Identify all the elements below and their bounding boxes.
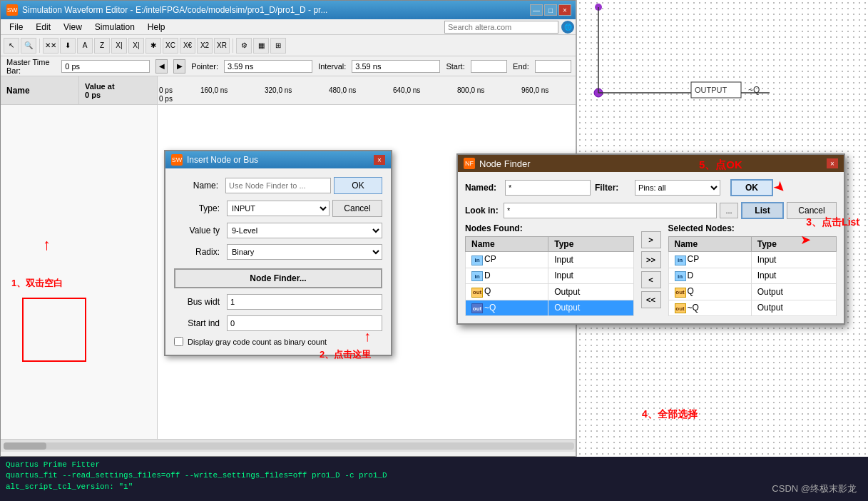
insert-node-dialog: SW Insert Node or Bus × Name: OK Type: I… <box>164 150 392 356</box>
sel-cp-name: inCP <box>668 252 751 268</box>
tb-btn-11[interactable]: X€ <box>180 38 195 54</box>
valuetype-label: Value ty <box>174 226 224 236</box>
start-input[interactable] <box>471 60 507 73</box>
tb-btn-7[interactable]: X| <box>111 38 127 54</box>
time-nav-left[interactable]: ◀ <box>155 59 168 74</box>
table-row[interactable]: inCP Input <box>466 252 634 268</box>
table-row[interactable]: inCP Input <box>668 252 837 268</box>
found-d-type: Input <box>548 268 633 284</box>
tb-btn-3[interactable]: ✕✕ <box>43 38 58 54</box>
checkbox-row: Display gray code count as binary count <box>174 337 382 346</box>
annotation-2here: 2、点击这里 <box>320 348 371 361</box>
annotation-1double: 1、双击空白 <box>11 277 63 290</box>
tb-btn-16[interactable]: ⊞ <box>270 38 286 54</box>
notq-out-icon: out <box>471 303 483 313</box>
ok-nf-button[interactable]: OK <box>730 179 773 196</box>
graycode-checkbox[interactable] <box>174 337 183 346</box>
arrow-2-icon: ↑ <box>364 328 371 345</box>
ok-button[interactable]: OK <box>334 177 382 194</box>
tb-btn-12[interactable]: X2 <box>197 38 213 54</box>
minimize-button[interactable]: — <box>530 4 543 16</box>
tb-btn-15[interactable]: ▦ <box>253 38 269 54</box>
node-finder-button[interactable]: Node Finder... <box>174 268 382 288</box>
move-right-button[interactable]: > <box>641 231 661 248</box>
tb-btn-4[interactable]: ⬇ <box>60 38 76 54</box>
buswidth-input[interactable] <box>227 294 382 310</box>
menu-edit[interactable]: Edit <box>30 21 56 34</box>
filter-label: Filter: <box>595 183 630 193</box>
tb-btn-14[interactable]: ⚙ <box>236 38 252 54</box>
select-tool[interactable]: ↖ <box>4 38 19 54</box>
tb-btn-6[interactable]: Z <box>94 38 110 54</box>
wave-names-panel: Name Value at0 ps <box>1 76 158 439</box>
tb-btn-13[interactable]: XR <box>214 38 230 54</box>
pointer-input[interactable] <box>224 60 312 73</box>
valuetype-select[interactable]: 9-Level <box>227 223 382 238</box>
node-finder-title-text: Node Finder <box>479 158 531 169</box>
menu-simulation[interactable]: Simulation <box>89 21 141 34</box>
time-nav-right[interactable]: ▶ <box>173 59 185 74</box>
table-row[interactable]: outQ Output <box>668 284 837 300</box>
zoom-tool[interactable]: 🔍 <box>21 38 36 54</box>
search-input[interactable] <box>444 21 558 34</box>
sel-notq-icon: out <box>675 303 686 313</box>
found-notq-type: Output <box>548 300 633 316</box>
move-all-left-button[interactable]: << <box>641 291 661 308</box>
menu-file[interactable]: File <box>4 21 29 34</box>
cancel-button[interactable]: Cancel <box>332 200 382 217</box>
tb-btn-9[interactable]: ✱ <box>145 38 161 54</box>
console-line-3: alt_script_tcl_version: "1" <box>6 482 862 492</box>
table-row[interactable]: inD Input <box>466 268 634 284</box>
master-time-input[interactable] <box>61 60 150 73</box>
node-finder-close-button[interactable]: × <box>827 158 838 168</box>
move-all-right-button[interactable]: >> <box>641 251 661 268</box>
sel-q-type: Output <box>751 284 836 300</box>
nf-title-left: NF Node Finder <box>464 158 531 169</box>
app-icon: SW <box>6 4 18 16</box>
named-input[interactable] <box>505 180 591 196</box>
lookin-input[interactable] <box>504 203 717 218</box>
time-mark-ref: 0 ps <box>159 95 173 103</box>
name-label: Name: <box>174 181 223 191</box>
table-row[interactable]: inD Input <box>668 268 837 284</box>
horizontal-scrollbar[interactable] <box>1 439 577 452</box>
interval-input[interactable] <box>352 60 440 73</box>
time-mark-960: 960,0 ns <box>521 86 548 94</box>
insert-node-close-button[interactable]: × <box>374 155 385 165</box>
arrow-controls: > >> < << <box>638 223 664 316</box>
table-row[interactable]: outQ Output <box>466 284 634 300</box>
tb-btn-8[interactable]: X| <box>128 38 144 54</box>
arrow-1-icon: ↑ <box>43 236 51 254</box>
name-input[interactable] <box>225 178 331 193</box>
sel-d-name: inD <box>668 268 751 284</box>
selected-nodes-panel: Selected Nodes: Name Type inCP Input <box>668 223 837 316</box>
maximize-button[interactable]: □ <box>544 4 557 16</box>
list-button[interactable]: List <box>741 202 784 219</box>
menu-view[interactable]: View <box>58 21 88 34</box>
sel-q-icon: out <box>675 288 686 298</box>
filter-select[interactable]: Pins: all <box>635 180 720 196</box>
table-row[interactable]: out~Q Output <box>466 300 634 316</box>
type-select[interactable]: INPUT OUTPUT <box>227 201 330 216</box>
time-mark-320: 320,0 ns <box>265 86 292 94</box>
wave-names-header: Name Value at0 ps <box>1 76 157 105</box>
close-button[interactable]: × <box>558 4 571 16</box>
found-d-name: inD <box>466 268 548 284</box>
arrow-list-icon: ➤ <box>800 232 811 248</box>
tb-btn-10[interactable]: XC <box>163 38 178 54</box>
radix-select[interactable]: Binary <box>227 244 382 260</box>
startind-input[interactable] <box>227 315 382 331</box>
tb-btn-5[interactable]: A <box>77 38 93 54</box>
d-in-icon: in <box>471 271 483 281</box>
end-input[interactable] <box>535 60 571 73</box>
table-row[interactable]: out~Q Output <box>668 300 837 316</box>
sel-d-type: Input <box>751 268 836 284</box>
scrollbar-thumb[interactable] <box>4 442 46 450</box>
found-name-header: Name <box>466 237 548 252</box>
move-left-button[interactable]: < <box>641 271 661 288</box>
type-label: Type: <box>174 203 224 213</box>
lookin-ellipsis-button[interactable]: ... <box>720 203 738 218</box>
dialog-icon: SW <box>171 154 183 166</box>
menu-help[interactable]: Help <box>142 21 171 34</box>
node-finder-title-bar: NF Node Finder × <box>458 155 844 172</box>
